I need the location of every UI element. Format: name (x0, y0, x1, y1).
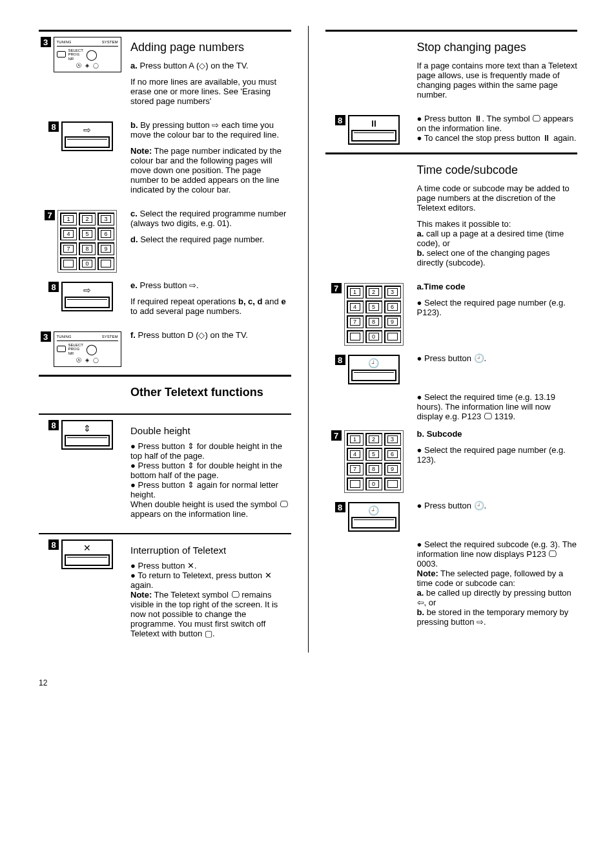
page-number: 12 (39, 678, 577, 687)
heading-other-teletext: Other Teletext functions (130, 386, 291, 399)
stop-intro: If a page contains more text than a Tele… (417, 61, 578, 99)
rule (39, 533, 291, 534)
interruption-note: Note: The Teletext symbol 🖵 remains visi… (130, 590, 291, 638)
subcode-list2: Press button 🕘. (417, 501, 578, 510)
timecode-possible: This makes it possible to: a. call up a … (417, 219, 578, 267)
step-7-keypad: 7 123 456 789 0 (45, 210, 117, 273)
step-f-text: f. Press button D (◇) on the TV. (130, 330, 291, 340)
subcode-list1: Select the required page number (e.g. 12… (417, 445, 578, 465)
step-e-note: If required repeat operations b, c, d an… (130, 297, 291, 316)
interruption-list: Press button ✕. To return to Teletext, p… (130, 561, 291, 590)
rule (39, 30, 291, 32)
step-a-text: a. Press button A (◇) on the TV. (130, 61, 291, 70)
subcode-label: b. Subcode (417, 429, 578, 439)
step-7-keypad-right-1: 7 123 456 789 0 (331, 283, 404, 346)
step-8-clock-icon-1: 8 🕘 (335, 355, 400, 384)
step-8-stop-icon: 8 ⏸ (335, 115, 400, 145)
stop-list: Press button ⏸. The symbol 🖵 appears on … (417, 114, 578, 143)
timecode-a-list2: Press button 🕘. (417, 353, 578, 363)
step-d-text: d. Select the required page number. (130, 235, 291, 244)
double-height-list: Press button ⇕ for double height in the … (130, 441, 291, 499)
heading-interruption: Interruption of Teletext (130, 545, 291, 556)
left-column: 3 TUNINGSYSTEM SELECTPROGNR ◯ Ⓐ◈◯ (39, 26, 291, 653)
subcode-note: Note: The selected page, followed by a t… (417, 569, 578, 627)
step-7-keypad-right-2: 7 123 456 789 0 (331, 430, 404, 493)
subcode-list3: Select the required subcode (e.g. 3). Th… (417, 539, 578, 569)
step-e-text: e. Press button ⇨. (130, 280, 291, 290)
rule (325, 152, 578, 154)
timecode-a-list3: Select the required time (e.g. 13.19 hou… (417, 392, 578, 421)
step-8-clock-icon-2: 8 🕘 (335, 502, 400, 532)
step-b-text: b. By pressing button ⇨ each time you mo… (130, 120, 291, 140)
heading-adding-page-numbers: Adding page numbers (130, 41, 291, 54)
step-3-remote-diagram: 3 TUNINGSYSTEM SELECTPROGNR ◯ Ⓐ◈◯ (41, 37, 121, 72)
step-8-screen-icon: 8 ⇨ (48, 121, 113, 151)
heading-double-height: Double height (130, 425, 291, 436)
step-8-screen-icon-2: 8 ⇨ (48, 282, 113, 311)
step-8-interrupt-icon: 8 ✕ (48, 539, 113, 569)
double-height-note: When double height is used the symbol 🖵 … (130, 499, 291, 519)
heading-timecode: Time code/subcode (417, 163, 578, 177)
heading-stop-changing: Stop changing pages (417, 41, 578, 54)
step-a-note: If no more lines are available, you must… (130, 77, 291, 106)
timecode-a-label: a.Time code (417, 282, 578, 291)
right-column: Stop changing pages If a page contains m… (325, 26, 578, 653)
step-3-remote-diagram-2: 3 TUNINGSYSTEM SELECTPROGNR ◯ Ⓐ◈◯ (41, 331, 121, 367)
step-8-double-height-icon: 8 ⇕ (48, 420, 113, 450)
rule (39, 375, 291, 377)
rule (325, 30, 578, 32)
step-c-text: c. Select the required programme number … (130, 209, 291, 228)
column-divider (308, 26, 309, 653)
step-b-note: Note: The page number indicated by the c… (130, 146, 291, 194)
timecode-intro: A time code or subcode may be added to p… (417, 183, 578, 213)
rule (39, 413, 291, 415)
timecode-a-list: Select the required page number (e.g. P1… (417, 298, 578, 317)
